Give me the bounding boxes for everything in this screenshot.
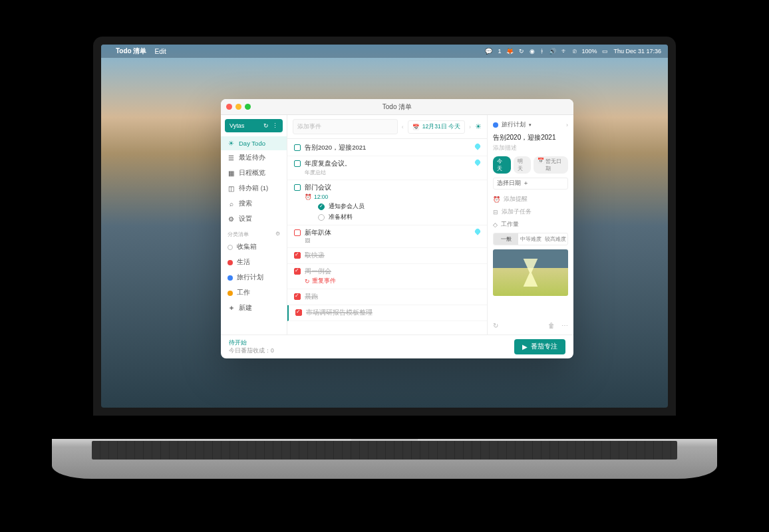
brightness-icon[interactable]: ☀	[475, 122, 482, 131]
bluetooth-icon[interactable]: ᚼ	[540, 48, 543, 55]
nav-schedule[interactable]: ▦ 日程概览	[221, 166, 287, 181]
task-title: 告别2020，迎接2021	[305, 144, 366, 151]
workload-high[interactable]: 较高难度	[543, 233, 567, 245]
chevron-right-icon[interactable]: ›	[566, 122, 568, 128]
list-inbox[interactable]: 收集箱	[221, 239, 287, 255]
wifi-icon[interactable]: ᯤ	[561, 48, 567, 55]
checkbox[interactable]	[295, 309, 302, 316]
pomodoro-button[interactable]: ▶ 番茄专注	[514, 339, 565, 354]
more-icon[interactable]: ⋯	[561, 322, 568, 329]
task-row[interactable]: 部门会议 ⏰12:00 通知参会人员 准备材料	[287, 180, 487, 225]
task-row[interactable]: 告别2020，迎接2021	[287, 140, 487, 156]
nav-day-todo[interactable]: ☀ Day Todo	[221, 136, 287, 150]
menu-app-name[interactable]: Todo 清单	[116, 47, 146, 56]
more-icon[interactable]: ⋮	[272, 122, 278, 129]
task-row[interactable]: 晨跑	[287, 289, 487, 305]
repeat-icon: ↻	[305, 278, 310, 285]
task-row[interactable]: 周一例会 ↻重复事件	[287, 264, 487, 289]
checkbox[interactable]	[294, 144, 301, 151]
wechat-icon[interactable]: 💬	[485, 48, 492, 55]
chip-nodate[interactable]: 📅暂无日期	[534, 156, 568, 174]
nav-label: Day Todo	[239, 140, 265, 147]
workload-label-row: ◇ 工作量	[493, 220, 568, 229]
menu-edit[interactable]: Edit	[154, 48, 166, 55]
list-work[interactable]: 工作	[221, 285, 287, 301]
checkbox[interactable]	[294, 268, 301, 275]
checkbox[interactable]	[294, 160, 301, 167]
checkbox[interactable]	[294, 252, 301, 259]
play-icon: ▶	[522, 343, 528, 350]
trash-icon[interactable]: 🗑	[548, 322, 555, 329]
calendar-icon: 📅	[538, 158, 544, 172]
gear-icon: ⚙	[228, 215, 235, 223]
workload-label: 工作量	[501, 220, 519, 229]
plus-icon: ＋	[228, 305, 235, 312]
task-row[interactable]: 市场调研报告模板整理	[287, 305, 487, 321]
pomo-stats: 待开始 今日番茄收成：0	[229, 339, 274, 355]
list-travel[interactable]: 旅行计划	[221, 270, 287, 285]
desktop-wallpaper: Todo 清单 Edit 💬 1 🦊 ↻ ◉ ᚼ 🔊 ᯤ ⎚ 100% ▭ Th…	[101, 45, 668, 408]
add-subtask[interactable]: ⊟ 添加子任务	[493, 207, 568, 216]
task-list: 告别2020，迎接2021 年度复盘会议。 年度总结	[287, 139, 487, 334]
list-new[interactable]: ＋ 新建	[221, 301, 287, 316]
task-row[interactable]: 年度复盘会议。 年度总结	[287, 156, 487, 180]
repeat-icon[interactable]: ↻	[493, 322, 498, 329]
subtask-row[interactable]: 通知参会人员	[305, 200, 480, 211]
checkbox[interactable]	[294, 184, 301, 191]
subtask-row[interactable]: 准备材料	[305, 211, 480, 221]
list-label: 旅行计划	[237, 273, 263, 282]
battery-icon: ▭	[602, 48, 608, 55]
chip-today[interactable]: 今天	[493, 156, 511, 174]
gear-icon[interactable]: ⚙	[275, 231, 280, 238]
user-name: Vytas	[230, 122, 244, 129]
checkbox[interactable]	[294, 293, 301, 300]
workload-normal[interactable]: 一般	[494, 233, 518, 245]
firefox-icon[interactable]: 🦊	[506, 48, 514, 55]
task-subtitle: 年度总结	[305, 169, 471, 176]
bottom-bar: 待开始 今日番茄收成：0 ▶ 番茄专注	[221, 334, 573, 358]
alarm-icon: ⏰	[493, 196, 500, 203]
chevron-right-icon[interactable]: ›	[469, 124, 471, 130]
nav-settings[interactable]: ⚙ 设置	[221, 211, 287, 227]
window-titlebar[interactable]: Todo 清单	[221, 99, 573, 115]
task-title: 年度复盘会议。	[305, 160, 471, 168]
sync-icon[interactable]: ↻	[519, 48, 524, 55]
detail-list-selector[interactable]: 旅行计划 ▾ ›	[493, 120, 568, 129]
workload-selector[interactable]: 一般 中等难度 较高难度	[493, 233, 568, 245]
select-date-label: 选择日期	[497, 180, 521, 188]
main-panel: 添加事件 ‹ 📅 12月31日 今天 › ☀	[287, 115, 487, 334]
nav-recent[interactable]: ☰ 最近待办	[221, 150, 287, 166]
task-row[interactable]: 新年趴体 🖼	[287, 225, 487, 248]
badge-count: 1	[498, 48, 501, 55]
list-dot-icon	[228, 245, 233, 250]
list-dot-icon	[493, 122, 498, 128]
chevron-left-icon[interactable]: ‹	[402, 124, 404, 130]
sync-icon[interactable]: ↻	[263, 122, 269, 129]
task-title: 市场调研报告模板整理	[306, 309, 480, 317]
nav-inbox[interactable]: ◫ 待办箱 (1)	[221, 181, 287, 196]
checkbox[interactable]	[294, 229, 301, 236]
subtask-checkbox[interactable]	[318, 214, 325, 221]
add-reminder[interactable]: ⏰ 添加提醒	[493, 195, 568, 203]
select-date-button[interactable]: 选择日期 ＋	[493, 178, 568, 190]
droplet-icon	[474, 158, 481, 166]
shield-icon[interactable]: ◉	[530, 48, 535, 55]
detail-description[interactable]: 添加描述	[493, 144, 568, 152]
list-dot-icon	[228, 275, 233, 281]
macos-menubar: Todo 清单 Edit 💬 1 🦊 ↻ ◉ ᚼ 🔊 ᯤ ⎚ 100% ▭ Th…	[101, 45, 668, 58]
subtask-checkbox[interactable]	[318, 203, 325, 210]
menubar-datetime[interactable]: Thu Dec 31 17:36	[613, 48, 661, 55]
repeat-label: 重复事件	[312, 277, 336, 285]
attached-image[interactable]	[493, 249, 568, 296]
task-row[interactable]: 取快递	[287, 248, 487, 264]
chip-tomorrow[interactable]: 明天	[514, 156, 532, 174]
nav-search[interactable]: ⌕ 搜索	[221, 196, 287, 211]
list-life[interactable]: 生活	[221, 255, 287, 270]
volume-icon[interactable]: 🔊	[549, 48, 556, 55]
control-center-icon[interactable]: ⎚	[573, 48, 576, 55]
detail-title[interactable]: 告别2020，迎接2021	[493, 133, 568, 142]
add-task-input[interactable]: 添加事件	[293, 119, 398, 134]
workload-medium[interactable]: 中等难度	[518, 233, 543, 245]
date-picker[interactable]: 📅 12月31日 今天	[408, 120, 465, 134]
user-block[interactable]: Vytas ↻ ⋮	[225, 119, 283, 132]
